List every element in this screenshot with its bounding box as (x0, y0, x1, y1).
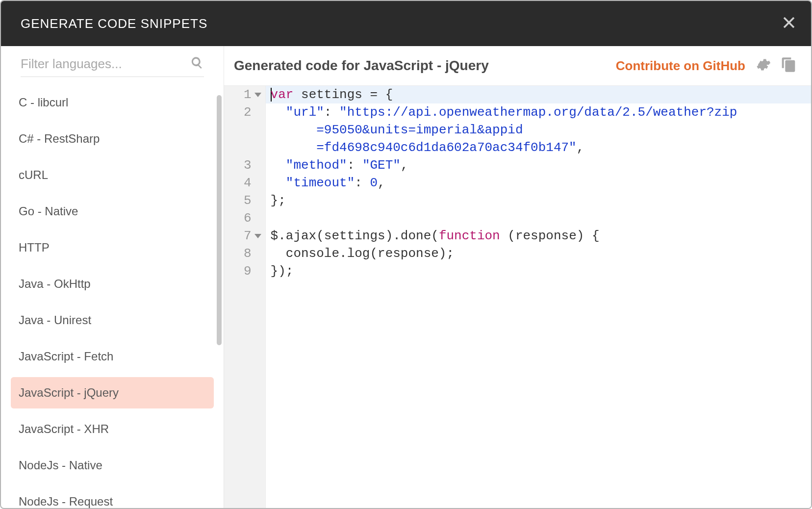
language-item[interactable]: Java - Unirest (11, 305, 214, 336)
main-panel: Generated code for JavaScript - jQuery C… (224, 46, 811, 508)
code-line: }; (271, 192, 806, 209)
line-number: 7 (244, 227, 261, 245)
language-item[interactable]: C# - RestSharp (11, 123, 214, 154)
line-number: 6 (244, 209, 261, 227)
code-line: console.log(response); (271, 245, 806, 262)
language-item[interactable]: NodeJs - Request (11, 486, 214, 508)
code-snippet-modal: GENERATE CODE SNIPPETS C - libcurlC# - R… (0, 0, 812, 509)
code-line: =fd4698c940c6d1da602a70ac34f0b147", (271, 139, 806, 156)
language-item[interactable]: NodeJs - Native (11, 450, 214, 481)
gear-icon (755, 57, 771, 75)
language-item[interactable]: JavaScript - jQuery (11, 377, 214, 408)
sidebar-scrollbar[interactable] (217, 95, 222, 345)
line-number-gutter: 123456789 (224, 86, 266, 508)
settings-button[interactable] (755, 57, 771, 75)
language-item[interactable]: HTTP (11, 232, 214, 263)
code-editor[interactable]: 123456789 var settings = { "url": "https… (224, 86, 811, 508)
language-item[interactable]: JavaScript - Fetch (11, 341, 214, 372)
search-row (21, 56, 204, 77)
copy-button[interactable] (781, 57, 796, 75)
code-area[interactable]: var settings = { "url": "https://api.ope… (266, 86, 811, 508)
line-number: 3 (244, 156, 261, 174)
filter-languages-input[interactable] (21, 56, 190, 72)
line-number: 2 (244, 103, 261, 121)
language-item[interactable]: Java - OkHttp (11, 268, 214, 300)
line-number: 1 (244, 86, 261, 103)
close-button[interactable] (782, 15, 796, 32)
code-line: "url": "https://api.openweathermap.org/d… (271, 103, 806, 121)
close-icon (782, 15, 796, 32)
language-item[interactable]: Go - Native (11, 196, 214, 227)
contribute-github-link[interactable]: Contribute on GitHub (616, 58, 745, 74)
fold-toggle-icon[interactable] (254, 234, 261, 238)
sidebar: C - libcurlC# - RestSharpcURLGo - Native… (1, 46, 224, 508)
copy-icon (781, 57, 796, 75)
titlebar: GENERATE CODE SNIPPETS (1, 1, 811, 46)
line-number: 9 (244, 262, 261, 280)
main-header: Generated code for JavaScript - jQuery C… (224, 46, 811, 86)
code-line: =95050&units=imperial&appid (271, 121, 806, 139)
language-list[interactable]: C - libcurlC# - RestSharpcURLGo - Native… (1, 82, 224, 508)
generated-code-title: Generated code for JavaScript - jQuery (234, 58, 606, 74)
line-number (244, 139, 261, 156)
modal-title: GENERATE CODE SNIPPETS (21, 16, 207, 31)
fold-toggle-icon[interactable] (254, 93, 261, 97)
line-number (244, 121, 261, 139)
language-item[interactable]: C - libcurl (11, 87, 214, 118)
code-line: "method": "GET", (271, 156, 806, 174)
code-line: "timeout": 0, (271, 174, 806, 192)
line-number: 8 (244, 245, 261, 262)
modal-body: C - libcurlC# - RestSharpcURLGo - Native… (1, 46, 811, 508)
code-line: }); (271, 262, 806, 280)
language-item[interactable]: cURL (11, 159, 214, 191)
search-icon (190, 56, 204, 72)
language-item[interactable]: JavaScript - XHR (11, 413, 214, 445)
code-line: $.ajax(settings).done(function (response… (271, 227, 806, 245)
line-number: 4 (244, 174, 261, 192)
code-line (271, 209, 806, 227)
line-number: 5 (244, 192, 261, 209)
